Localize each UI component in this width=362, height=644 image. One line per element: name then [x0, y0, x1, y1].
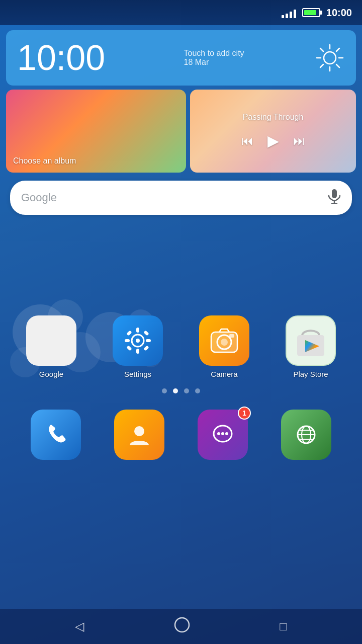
- svg-line-5: [320, 48, 323, 51]
- app-label-settings: Settings: [124, 370, 151, 378]
- svg-point-31: [221, 339, 228, 346]
- browser-icon: [281, 410, 331, 460]
- music-controls: ⏮ ▶ ⏭: [241, 132, 305, 149]
- svg-point-37: [134, 426, 144, 436]
- svg-point-41: [225, 432, 228, 435]
- dock-item-contacts[interactable]: [107, 410, 172, 460]
- settings-icon: [113, 315, 163, 366]
- weather-info: Touch to add city 18 Mar: [184, 49, 244, 67]
- album-label: Choose an album: [13, 156, 76, 166]
- status-time: 10:00: [326, 7, 352, 19]
- playstore-icon: [286, 315, 336, 366]
- app-item-settings[interactable]: Settings: [105, 315, 170, 378]
- mic-icon[interactable]: [328, 189, 341, 207]
- svg-rect-21: [136, 328, 139, 333]
- page-dot-1[interactable]: [162, 388, 167, 393]
- svg-rect-26: [143, 330, 149, 336]
- svg-rect-28: [143, 345, 149, 351]
- page-dot-3[interactable]: [184, 388, 189, 393]
- svg-rect-9: [332, 189, 337, 198]
- weather-widget[interactable]: 10:00 Touch to add city 18 Mar: [6, 30, 356, 86]
- status-bar: 10:00: [0, 0, 362, 25]
- dock: 1: [6, 401, 356, 468]
- back-button[interactable]: ◁: [75, 619, 84, 633]
- next-button[interactable]: ⏭: [293, 134, 305, 148]
- dock-item-messages[interactable]: 1: [190, 410, 255, 460]
- app-label-camera: Camera: [211, 370, 237, 378]
- phone-icon: [31, 410, 81, 460]
- music-title: Passing Through: [243, 113, 304, 122]
- svg-point-0: [324, 52, 336, 64]
- battery-fill: [304, 10, 316, 15]
- page-dot-4[interactable]: [195, 388, 200, 393]
- weather-time: 10:00: [17, 40, 105, 75]
- search-bar[interactable]: Google: [10, 181, 352, 215]
- svg-line-7: [336, 48, 339, 51]
- app-item-playstore[interactable]: Play Store: [278, 315, 343, 378]
- dock-item-phone[interactable]: [23, 410, 88, 460]
- signal-bar-2: [286, 14, 288, 18]
- signal-bar-4: [294, 10, 296, 18]
- app-label-google: Google: [39, 370, 63, 378]
- svg-line-6: [336, 64, 339, 67]
- recents-button[interactable]: □: [280, 619, 287, 633]
- svg-point-39: [217, 432, 220, 435]
- svg-point-47: [175, 618, 189, 632]
- svg-rect-24: [146, 339, 151, 342]
- weather-touch-label: Touch to add city: [184, 49, 244, 58]
- app-label-playstore: Play Store: [293, 370, 328, 378]
- battery-icon: [302, 8, 320, 17]
- nav-bar: ◁ □: [0, 609, 362, 644]
- home-button[interactable]: [174, 617, 190, 636]
- messages-badge: 1: [238, 407, 251, 420]
- svg-rect-27: [126, 345, 132, 351]
- svg-rect-23: [125, 339, 130, 342]
- signal-bar-3: [290, 12, 292, 18]
- svg-rect-25: [126, 330, 132, 336]
- play-button[interactable]: ▶: [267, 132, 279, 149]
- messages-icon: 1: [198, 410, 248, 460]
- svg-point-20: [136, 339, 140, 343]
- sun-icon: [315, 43, 345, 73]
- signal-strength: [282, 7, 296, 18]
- app-item-google[interactable]: Google: [19, 315, 84, 378]
- album-widget[interactable]: Choose an album: [6, 90, 186, 173]
- page-dots: [0, 388, 362, 393]
- app-item-camera[interactable]: Camera: [192, 315, 257, 378]
- signal-bar-1: [282, 15, 284, 18]
- svg-rect-22: [136, 349, 139, 354]
- svg-point-40: [221, 432, 224, 435]
- weather-date: 18 Mar: [184, 58, 244, 67]
- app-grid: Google Settings: [0, 305, 362, 383]
- google-logo-text: Google: [21, 191, 57, 204]
- svg-rect-32: [229, 334, 234, 338]
- camera-icon: [199, 315, 249, 366]
- google-icon: [26, 315, 76, 366]
- contacts-icon: [114, 410, 164, 460]
- music-widget[interactable]: Passing Through ⏮ ▶ ⏭: [190, 90, 356, 173]
- svg-line-8: [320, 64, 323, 67]
- page-dot-2[interactable]: [173, 388, 178, 393]
- dock-item-browser[interactable]: [274, 410, 339, 460]
- prev-button[interactable]: ⏮: [241, 134, 253, 148]
- widgets-row: Choose an album Passing Through ⏮ ▶ ⏭: [6, 90, 356, 173]
